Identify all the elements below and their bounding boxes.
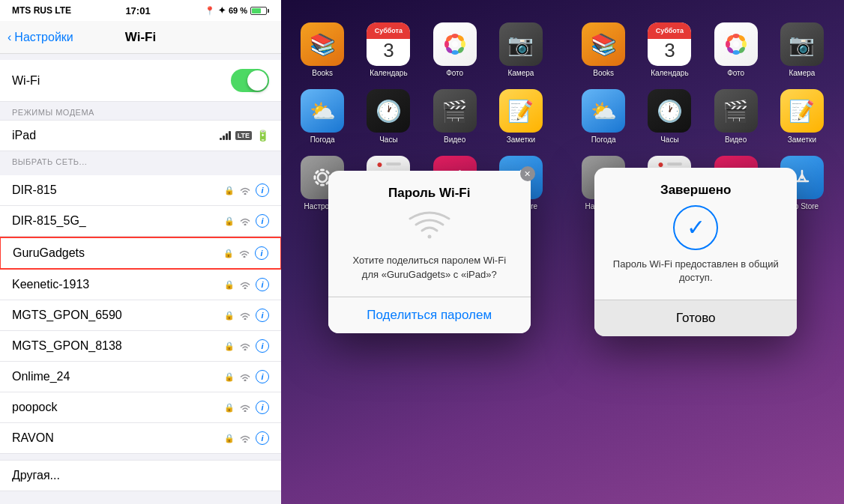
info-icon[interactable]: i [256,339,269,353]
battery-area: 📍 ✦ 69 % [205,5,269,16]
modem-section-header: РЕЖИМЫ МОДЕМА [0,102,281,120]
dialog-close-button[interactable]: ✕ [520,166,535,181]
info-icon[interactable]: i [256,183,269,197]
network-icons: 🔒 i [224,309,269,322]
network-icons: 🔒 i [224,214,269,228]
info-icon[interactable]: i [256,278,269,291]
password-dialog-title: Пароль Wi-Fi [343,186,516,201]
battery-full-icon: 🔋 [256,130,269,142]
other-network-row[interactable]: Другая... [0,460,281,491]
network-row[interactable]: DIR-815 🔒 i [0,175,281,206]
wifi-toggle-row[interactable]: Wi-Fi [0,60,281,102]
lte-badge: LTE [235,131,252,140]
bluetooth-icon: ✦ [218,5,226,16]
wifi-signal-icon [239,186,251,195]
network-row[interactable]: DIR-815_5G_ 🔒 i [0,206,281,237]
network-rows-container: DIR-815 🔒 i DIR-815_5G_ 🔒 i GuruGadgets … [0,175,281,454]
network-row[interactable]: MGTS_GPON_6590 🔒 i [0,300,281,331]
info-icon[interactable]: i [256,309,269,322]
check-circle: ✓ [673,205,718,250]
network-name: poopock [12,401,58,414]
success-dialog: Завершено ✓ Пароль Wi-Fi предоставлен в … [594,168,797,336]
wifi-toggle[interactable] [231,69,269,92]
network-name: Keenetic-1913 [12,278,89,291]
network-row[interactable]: Onlime_24 🔒 i [0,362,281,392]
lock-icon: 🔒 [224,216,235,226]
svg-point-8 [244,441,247,443]
network-icons: 🔒 i [224,370,269,383]
password-dialog-message: Хотите поделиться паролем Wi-Fi для «Gur… [343,254,516,281]
info-icon[interactable]: i [256,214,269,228]
battery-label: 69 % [229,6,247,15]
ipad-signal: LTE 🔋 [220,130,269,142]
wifi-signal-icon [239,403,251,412]
network-icons: 🔒 i [224,183,269,197]
ipad-row[interactable]: iPad LTE 🔋 [0,121,281,151]
network-name: DIR-815_5G_ [12,214,86,228]
lock-icon: 🔒 [224,311,235,321]
info-icon[interactable]: i [255,246,268,260]
lock-icon: 🔒 [224,186,235,195]
network-row[interactable]: GuruGadgets 🔒 i [0,237,281,270]
wifi-signal-icon [239,434,251,443]
lock-icon: 🔒 [224,434,235,443]
lock-icon: 🔒 [224,403,235,413]
info-icon[interactable]: i [256,401,269,414]
nav-bar: ‹ Настройки Wi-Fi [0,21,281,54]
lock-icon: 🔒 [224,372,235,382]
wifi-signal-icon [239,216,251,225]
network-row[interactable]: RAVON 🔒 i [0,423,281,454]
svg-point-6 [244,380,247,382]
svg-point-7 [244,410,247,413]
share-password-button[interactable]: Поделиться паролем [328,297,531,333]
chevron-left-icon: ‹ [7,31,11,44]
wifi-signal-icon [239,372,251,381]
network-icons: 🔒 i [224,278,269,291]
network-list: DIR-815 🔒 i DIR-815_5G_ 🔒 i GuruGadgets … [0,175,281,454]
checkmark-icon: ✓ [687,214,705,240]
network-name: GuruGadgets [13,246,85,260]
settings-panel: MTS RUS LTE 17:01 📍 ✦ 69 % ‹ Настройки W… [0,0,281,504]
home-screen: 📚 Books Суббота 3 Календарь Фото 📷 Камер… [281,0,844,504]
bar4 [229,131,231,140]
network-row[interactable]: Keenetic-1913 🔒 i [0,270,281,300]
modem-group: iPad LTE 🔋 [0,120,281,151]
wifi-label: Wi-Fi [12,74,40,88]
network-row[interactable]: poopock 🔒 i [0,392,281,423]
bar2 [223,136,225,140]
back-label: Настройки [14,31,73,44]
network-name: RAVON [12,431,54,445]
network-row[interactable]: MGTS_GPON_8138 🔒 i [0,331,281,362]
bar1 [220,138,222,140]
network-name: MGTS_GPON_8138 [12,339,122,353]
svg-point-3 [244,288,247,290]
network-name: MGTS_GPON_6590 [12,309,122,322]
svg-point-5 [244,349,247,351]
ipad-label: iPad [12,129,36,142]
done-button[interactable]: Готово [594,300,797,336]
network-name: DIR-815 [12,183,57,197]
success-dialog-message: Пароль Wi-Fi предоставлен в общий доступ… [609,258,782,285]
page-title: Wi-Fi [125,30,156,45]
svg-point-1 [244,224,247,226]
choose-network-header: ВЫБРАТЬ СЕТЬ... [0,151,281,169]
dialog-overlay: Пароль Wi-Fi Хотите поделиться паролем W… [281,0,844,504]
network-icons: 🔒 i [224,401,269,414]
back-button[interactable]: ‹ Настройки [7,31,73,44]
success-dialog-content: Завершено ✓ Пароль Wi-Fi предоставлен в … [594,168,797,300]
network-icons: 🔒 i [223,246,268,260]
svg-point-2 [244,256,246,258]
network-icons: 🔒 i [224,431,269,445]
status-bar: MTS RUS LTE 17:01 📍 ✦ 69 % [0,0,281,21]
password-dialog: Пароль Wi-Fi Хотите поделиться паролем W… [328,171,531,333]
svg-point-0 [244,193,247,195]
settings-content: Wi-Fi РЕЖИМЫ МОДЕМА iPad LTE 🔋 [0,54,281,504]
success-dialog-wrapper: Завершено ✓ Пароль Wi-Fi предоставлен в … [594,168,797,336]
info-icon[interactable]: i [256,370,269,383]
lock-icon: 🔒 [224,280,235,290]
location-icon: 📍 [205,6,215,16]
wifi-signal-icon [239,280,251,289]
wifi-signal-icon [239,311,251,320]
wifi-icon-large [343,208,516,242]
info-icon[interactable]: i [256,431,269,445]
